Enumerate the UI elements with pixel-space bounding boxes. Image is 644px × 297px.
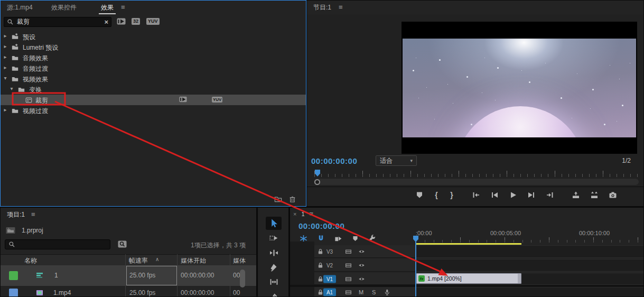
program-timecode[interactable]: 00:00:00:00 [311, 156, 357, 165]
track-header-v2: V2 [314, 259, 416, 272]
filter-32bit-button[interactable]: 32 [132, 18, 140, 25]
tab-project[interactable]: 项目:1 [5, 208, 27, 220]
snap-toggle[interactable] [317, 235, 325, 243]
playback-resolution-select[interactable]: 1/2 [622, 157, 631, 164]
selection-tool[interactable] [266, 217, 282, 230]
chevron-down-icon[interactable]: ▾ [9, 86, 14, 91]
tree-item-audio-transitions[interactable]: ▸ 音频过渡 [1, 63, 306, 73]
track-target-v2[interactable]: V2 [323, 262, 336, 270]
razor-tool[interactable] [266, 261, 282, 274]
create-search-bin-button[interactable] [118, 240, 127, 248]
sync-lock-icon[interactable] [345, 248, 352, 255]
label-color-swatch[interactable] [9, 289, 18, 297]
mark-in-button[interactable]: { [434, 191, 439, 199]
effects-search-input[interactable]: 裁剪 × [4, 17, 111, 27]
track-visibility-eye-icon[interactable] [358, 248, 366, 255]
timeline-clip[interactable]: fx 1.mp4 [200%] [416, 273, 521, 284]
track-target-v3[interactable]: V3 [323, 248, 336, 256]
chevron-right-icon[interactable]: ▸ [3, 43, 8, 49]
chevron-right-icon[interactable]: ▸ [3, 64, 8, 70]
new-custom-bin-button[interactable] [274, 195, 282, 203]
chevron-down-icon[interactable]: ▾ [3, 75, 8, 81]
panel-menu-icon[interactable]: ≡ [29, 208, 38, 220]
extract-button[interactable] [590, 191, 599, 199]
panel-menu-icon[interactable]: ≡ [310, 210, 314, 218]
tab-program[interactable]: 节目:1 [311, 1, 333, 13]
tree-item-video-transitions[interactable]: ▸ 视频过渡 [1, 105, 306, 116]
track-target-a1[interactable]: A1 [323, 289, 336, 296]
track-target-v1[interactable]: V1 [323, 275, 336, 283]
mark-out-button[interactable]: } [449, 191, 454, 199]
timeline-timecode[interactable]: 00:00:00:00 [298, 221, 344, 230]
add-marker-button[interactable] [415, 191, 424, 199]
track-lane-v2[interactable] [416, 259, 643, 272]
step-forward-button[interactable] [527, 191, 536, 199]
panel-menu-icon[interactable]: ≡ [337, 1, 345, 13]
project-search-input[interactable] [5, 239, 110, 249]
program-zoom-scrollbar[interactable] [314, 179, 639, 185]
close-icon[interactable]: × [293, 211, 296, 217]
track-select-forward-tool[interactable] [266, 231, 282, 245]
video-preview [402, 22, 637, 154]
track-lane-v3[interactable] [416, 245, 643, 258]
chevron-right-icon[interactable]: ▸ [3, 107, 8, 113]
timeline-settings-icon[interactable] [368, 235, 376, 243]
solo-track-button[interactable]: S [372, 289, 376, 295]
timeline-ruler[interactable] [416, 237, 643, 243]
mute-track-button[interactable]: M [359, 289, 363, 295]
project-row-clip[interactable]: 1.mp4 25.00 fps 00:00:00:00 00 [1, 286, 256, 297]
ripple-edit-tool[interactable] [266, 246, 282, 259]
track-visibility-eye-icon[interactable] [358, 262, 366, 269]
tree-item-lumetri-presets[interactable]: ▸ Lumetri 预设 [1, 42, 306, 52]
chevron-right-icon[interactable]: ▸ [3, 33, 8, 39]
panel-menu-icon[interactable]: ≡ [119, 1, 127, 13]
search-icon [8, 241, 15, 248]
chevron-down-icon: ▾ [410, 158, 413, 163]
filter-accelerated-effects-button[interactable] [117, 18, 126, 25]
track-visibility-eye-icon[interactable] [358, 275, 366, 282]
voiceover-mic-icon[interactable] [384, 289, 390, 296]
play-button[interactable] [509, 191, 517, 199]
zoom-level-select[interactable]: 适合 ▾ [376, 155, 417, 166]
column-frame-rate[interactable]: 帧速率 [129, 256, 148, 265]
tree-item-transform[interactable]: ▾ 变换 [1, 84, 306, 95]
step-back-button[interactable] [490, 191, 499, 199]
program-mini-timeline[interactable] [314, 171, 638, 177]
column-media-start[interactable]: 媒体开始 [181, 256, 206, 265]
tab-sequence[interactable]: 1 [301, 211, 304, 217]
linked-selection-toggle[interactable] [334, 235, 342, 243]
sync-lock-icon[interactable] [345, 262, 352, 269]
track-lane-a1[interactable] [416, 287, 643, 297]
item-name: 1 [54, 272, 58, 279]
project-breadcrumb[interactable]: 1.prproj [6, 227, 43, 234]
label-color-swatch[interactable] [9, 271, 18, 280]
tab-effects[interactable]: 效果 [99, 1, 116, 14]
sort-ascending-icon[interactable]: ∧ [155, 256, 159, 262]
tab-effect-controls[interactable]: 效果控件 [49, 1, 79, 13]
tree-item-crop-effect[interactable]: 裁剪 YUV [1, 95, 306, 105]
chevron-right-icon[interactable]: ▸ [3, 54, 8, 60]
search-clear-icon[interactable]: × [104, 18, 108, 26]
add-marker-button[interactable] [352, 235, 359, 243]
sync-lock-icon[interactable] [345, 289, 352, 296]
export-frame-button[interactable] [609, 191, 617, 199]
ripple-edit-icon [269, 248, 278, 257]
go-to-out-button[interactable] [546, 191, 554, 199]
timeline-tabbar: × 1 ≡ [293, 210, 313, 218]
filter-yuv-button[interactable]: YUV [146, 18, 160, 25]
column-media[interactable]: 媒体 [233, 256, 246, 265]
tree-item-video-effects[interactable]: ▾ 视频效果 [1, 73, 306, 84]
tree-item-presets[interactable]: ▸ 预设 [1, 31, 306, 42]
video-clip-icon [35, 289, 44, 297]
pen-tool[interactable] [266, 290, 282, 297]
sync-lock-icon[interactable] [345, 275, 352, 282]
tree-item-audio-effects[interactable]: ▸ 音频效果 [1, 52, 306, 63]
go-to-in-button[interactable] [472, 191, 480, 199]
project-scrollbar[interactable] [240, 270, 245, 287]
slip-tool[interactable] [266, 275, 282, 289]
delete-bin-button[interactable] [288, 195, 296, 203]
column-name[interactable]: 名称 [24, 256, 37, 265]
lift-button[interactable] [572, 191, 580, 199]
program-zoom-handle[interactable] [314, 179, 320, 185]
tab-source-monitor[interactable]: 源:1.mp4 [5, 1, 35, 13]
